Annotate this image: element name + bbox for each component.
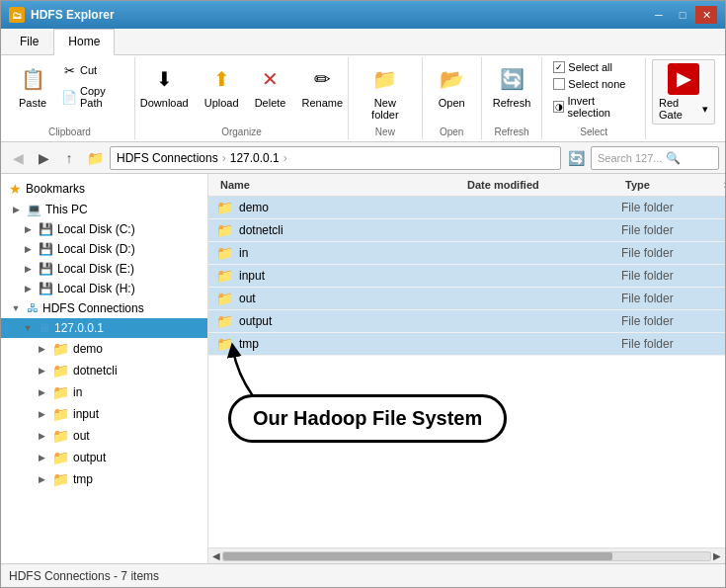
ribbon-group-select: ✓ Select all Select none ◑ Invert select…	[542, 57, 646, 139]
minimize-button[interactable]: ─	[648, 6, 670, 24]
sidebar-item-bookmarks[interactable]: ★ Bookmarks	[1, 178, 207, 200]
col-header-type[interactable]: Type	[621, 177, 720, 193]
this-pc-expand-icon: ▶	[9, 205, 23, 214]
scroll-right-icon[interactable]: ▶	[711, 550, 723, 561]
table-row[interactable]: 📁dotnetcli File folder	[208, 219, 725, 242]
computer-icon: 💻	[27, 203, 41, 216]
sidebar-item-dotnetcli[interactable]: ▶ 📁 dotnetcli	[1, 360, 207, 381]
hdfs-expand-icon: ▼	[9, 303, 23, 313]
disk-e-icon: 💾	[39, 262, 53, 276]
table-row[interactable]: 📁output File folder	[208, 310, 725, 333]
disk-c-expand-icon: ▶	[21, 224, 35, 234]
path-separator-1: ›	[222, 151, 226, 165]
ribbon-group-refresh: 🔄 Refresh Refresh	[482, 57, 543, 139]
sidebar-item-this-pc[interactable]: ▶ 💻 This PC	[1, 200, 207, 219]
scroll-track[interactable]	[222, 551, 711, 561]
sidebar-item-disk-e[interactable]: ▶ 💾 Local Disk (E:)	[1, 259, 207, 279]
output-label: output	[73, 451, 106, 464]
sidebar-item-in[interactable]: ▶ 📁 in	[1, 381, 207, 403]
search-box[interactable]: Search 127... 🔍	[591, 146, 719, 170]
table-row[interactable]: 📁tmp File folder	[208, 333, 725, 356]
sidebar-item-output[interactable]: ▶ 📁 output	[1, 447, 207, 468]
open-buttons: 📂 Open	[429, 59, 474, 125]
folder-icon: 📁	[216, 268, 233, 284]
col-header-date[interactable]: Date modified	[463, 177, 621, 193]
forward-button[interactable]: ▶	[33, 147, 54, 169]
paste-button[interactable]: 📋 Paste	[11, 59, 54, 113]
tmp-label: tmp	[73, 472, 93, 486]
delete-button[interactable]: ✕ Delete	[248, 59, 293, 113]
table-row[interactable]: 📁out File folder	[208, 288, 725, 310]
input-folder-icon: 📁	[52, 406, 69, 422]
address-path[interactable]: HDFS Connections › 127.0.0.1 ›	[110, 146, 561, 170]
hdfs-label: HDFS Connections	[42, 301, 144, 315]
status-bar: HDFS Connections - 7 items	[1, 563, 725, 587]
address-refresh-button[interactable]: 🔄	[565, 147, 587, 169]
sidebar-item-out[interactable]: ▶ 📁 out	[1, 425, 207, 447]
new-folder-button[interactable]: 📁 New folder	[355, 59, 416, 125]
disk-h-icon: 💾	[39, 282, 53, 295]
col-header-size[interactable]: Size	[720, 177, 725, 193]
organize-buttons: ⬇ Download ⬆ Upload ✕ Delete ✏ Rename	[133, 59, 350, 125]
tab-file[interactable]: File	[5, 29, 53, 54]
redgate-button[interactable]: ▶ Red Gate ▾	[652, 59, 715, 125]
tab-home[interactable]: Home	[53, 29, 115, 55]
server-icon: 🖥	[39, 321, 50, 335]
search-icon: 🔍	[666, 151, 681, 165]
file-list-container: 📁demo File folder 📁dotnetcli File folder…	[208, 197, 725, 547]
horizontal-scrollbar[interactable]: ◀ ▶	[208, 547, 725, 563]
col-header-name[interactable]: Name	[216, 177, 463, 193]
up-button[interactable]: ↑	[58, 147, 80, 169]
rename-button[interactable]: ✏ Rename	[295, 59, 351, 113]
table-row[interactable]: 📁demo File folder	[208, 197, 725, 219]
select-label: Select	[580, 125, 607, 137]
refresh-buttons: 🔄 Refresh	[486, 59, 538, 125]
demo-expand-icon: ▶	[35, 344, 48, 354]
sidebar-item-disk-c[interactable]: ▶ 💾 Local Disk (C:)	[1, 219, 207, 239]
upload-button[interactable]: ⬆ Upload	[198, 59, 246, 113]
disk-e-expand-icon: ▶	[21, 264, 35, 274]
table-row[interactable]: 📁in File folder	[208, 242, 725, 265]
address-bar: ◀ ▶ ↑ 📁 HDFS Connections › 127.0.0.1 › 🔄…	[1, 142, 725, 174]
sidebar-item-disk-h[interactable]: ▶ 💾 Local Disk (H:)	[1, 279, 207, 298]
disk-d-label: Local Disk (D:)	[57, 242, 135, 256]
bookmarks-label: Bookmarks	[26, 182, 85, 196]
sidebar-item-server[interactable]: ▼ 🖥 127.0.0.1	[1, 318, 207, 338]
ribbon: 📋 Paste ✂ Cut 📄 Copy Path Clipboard	[1, 55, 725, 142]
disk-d-icon: 💾	[39, 242, 53, 256]
sidebar-item-disk-d[interactable]: ▶ 💾 Local Disk (D:)	[1, 239, 207, 259]
select-none-button[interactable]: Select none	[548, 76, 639, 92]
sidebar-item-tmp[interactable]: ▶ 📁 tmp	[1, 468, 207, 490]
open-button[interactable]: 📂 Open	[429, 59, 474, 113]
this-pc-label: This PC	[45, 203, 88, 216]
new-label: New	[375, 125, 395, 137]
demo-label: demo	[73, 342, 103, 356]
folder-icon: 📁	[216, 291, 233, 306]
table-row[interactable]: 📁input File folder	[208, 265, 725, 288]
download-button[interactable]: ⬇ Download	[133, 59, 196, 113]
server-expand-icon: ▼	[21, 323, 35, 333]
copy-path-icon: 📄	[61, 89, 77, 105]
sidebar-item-hdfs[interactable]: ▼ 🖧 HDFS Connections	[1, 298, 207, 318]
scroll-left-icon[interactable]: ◀	[210, 550, 222, 561]
path-separator-2: ›	[283, 151, 287, 165]
select-all-button[interactable]: ✓ Select all	[548, 59, 639, 75]
open-icon: 📂	[436, 63, 467, 95]
close-button[interactable]: ✕	[695, 6, 717, 24]
cut-button[interactable]: ✂ Cut	[56, 59, 128, 81]
scroll-thumb[interactable]	[223, 552, 612, 560]
cut-icon: ✂	[61, 62, 77, 78]
paste-icon: 📋	[17, 63, 48, 95]
copy-path-button[interactable]: 📄 Copy Path	[56, 82, 128, 112]
invert-selection-button[interactable]: ◑ Invert selection	[548, 93, 639, 121]
maximize-button[interactable]: □	[672, 6, 693, 24]
clipboard-small-stack: ✂ Cut 📄 Copy Path	[56, 59, 128, 112]
back-button[interactable]: ◀	[7, 147, 29, 169]
upload-icon: ⬆	[205, 63, 237, 95]
status-text: HDFS Connections - 7 items	[9, 569, 159, 583]
clipboard-buttons: 📋 Paste ✂ Cut 📄 Copy Path	[11, 59, 128, 125]
refresh-button[interactable]: 🔄 Refresh	[486, 59, 538, 113]
file-list: 📁demo File folder 📁dotnetcli File folder…	[208, 197, 725, 356]
sidebar-item-input[interactable]: ▶ 📁 input	[1, 403, 207, 425]
sidebar-item-demo[interactable]: ▶ 📁 demo	[1, 338, 207, 360]
